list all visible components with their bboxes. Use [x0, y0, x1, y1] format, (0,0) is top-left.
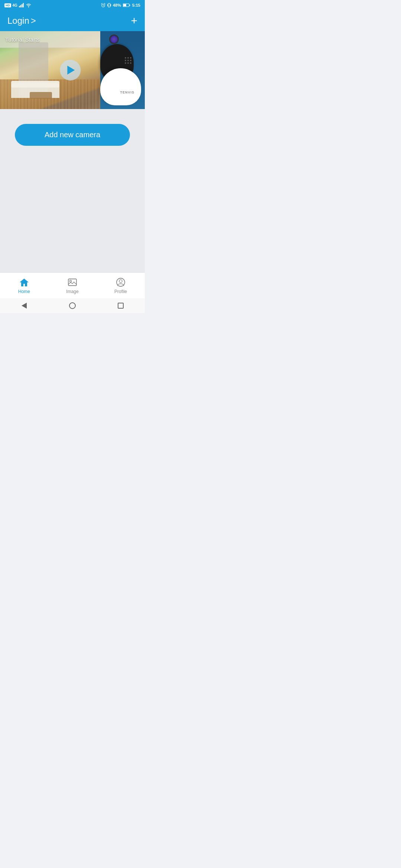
- svg-rect-3: [23, 3, 24, 7]
- android-home-button[interactable]: [66, 300, 78, 312]
- login-button[interactable]: Login >: [7, 16, 36, 26]
- speaker-dot: [130, 60, 131, 61]
- image-nav-label: Image: [66, 289, 78, 294]
- svg-rect-5: [108, 3, 110, 7]
- add-new-camera-button[interactable]: Add new camera: [15, 124, 130, 146]
- tab-image[interactable]: Image: [48, 277, 97, 294]
- tutorial-label: Tutorial Starts: [5, 36, 40, 43]
- image-nav-icon: [67, 277, 78, 287]
- coffee-table: [30, 92, 52, 99]
- hd-badge: HD: [4, 3, 11, 7]
- svg-point-14: [119, 280, 122, 283]
- login-label: Login: [7, 16, 29, 26]
- play-triangle-icon: [67, 66, 75, 75]
- svg-point-12: [70, 280, 72, 282]
- tutorial-banner: Tutorial Starts TENVI: [0, 31, 145, 109]
- main-content: Add new camera: [0, 109, 145, 272]
- add-camera-header-button[interactable]: +: [131, 15, 137, 26]
- speaker-dot: [125, 57, 126, 59]
- android-recents-button[interactable]: [115, 300, 127, 312]
- camera-illustration: TENVIS: [89, 48, 141, 105]
- status-bar: HD 4G 48%: [0, 0, 145, 10]
- status-right: 48% 5:15: [101, 3, 140, 7]
- svg-rect-0: [19, 6, 20, 7]
- back-arrow-icon: [22, 303, 27, 309]
- recents-square-icon: [118, 303, 124, 309]
- svg-rect-10: [129, 5, 130, 6]
- camera-lens-icon: [109, 34, 119, 44]
- login-chevron: >: [31, 16, 36, 26]
- speaker-dot: [130, 57, 131, 59]
- home-nav-icon: [19, 277, 29, 287]
- image-icon: [67, 277, 78, 287]
- speaker-grid: [125, 57, 131, 64]
- battery-percent: 48%: [113, 3, 121, 7]
- profile-nav-label: Profile: [114, 289, 127, 294]
- tab-profile[interactable]: Profile: [97, 277, 145, 294]
- svg-rect-1: [20, 5, 21, 8]
- signal-icon: [19, 3, 24, 7]
- android-back-button[interactable]: [18, 300, 30, 312]
- sofa-back: [11, 81, 59, 88]
- svg-rect-9: [123, 4, 126, 6]
- vibrate-icon: [107, 3, 111, 7]
- tab-home[interactable]: Home: [0, 277, 48, 294]
- svg-rect-7: [110, 4, 111, 6]
- speaker-dot: [130, 62, 131, 64]
- camera-brand-label: TENVIS: [120, 91, 134, 94]
- speaker-dot: [125, 60, 126, 61]
- speaker-dot: [127, 57, 129, 59]
- profile-icon: [115, 277, 126, 287]
- camera-body: TENVIS: [100, 68, 141, 105]
- wifi-icon: [26, 3, 32, 7]
- battery-icon: [123, 3, 130, 7]
- play-button[interactable]: [60, 60, 81, 80]
- app-header: Login > +: [0, 10, 145, 31]
- svg-rect-11: [68, 279, 76, 286]
- svg-rect-2: [22, 4, 23, 7]
- speaker-dot: [127, 62, 129, 64]
- bottom-navigation: Home Image Profile: [0, 272, 145, 298]
- speaker-dot: [127, 60, 129, 61]
- status-left: HD 4G: [4, 3, 32, 7]
- android-navigation-bar: [0, 298, 145, 313]
- svg-rect-6: [107, 4, 108, 6]
- time-display: 5:15: [132, 3, 140, 7]
- home-icon: [19, 277, 29, 287]
- speaker-dot: [125, 62, 126, 64]
- network-4g: 4G: [13, 3, 17, 7]
- profile-nav-icon: [115, 277, 126, 287]
- home-nav-label: Home: [18, 289, 30, 294]
- home-circle-icon: [69, 302, 76, 309]
- alarm-icon: [101, 3, 105, 7]
